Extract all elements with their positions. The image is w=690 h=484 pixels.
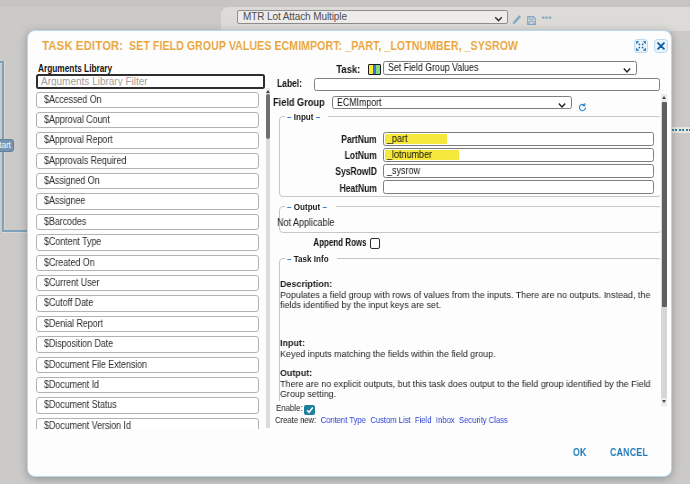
arguments-library-heading: Arguments Library: [38, 62, 112, 74]
append-rows-label: Append Rows: [273, 237, 367, 248]
selected-connector-dashed: [672, 129, 690, 131]
argument-list-item[interactable]: $Created On: [36, 255, 259, 271]
close-icon: [657, 42, 665, 50]
chevron-down-icon: [558, 100, 566, 111]
save-disk-icon[interactable]: [527, 11, 536, 29]
scrollbar-thumb[interactable]: [266, 94, 271, 139]
field-group-label: Field Group: [273, 97, 329, 108]
form-scroll-area: Field Group ECMImport – Input – PartNum_…: [273, 93, 660, 401]
description-text: Populates a field group with rows of val…: [280, 289, 656, 310]
argument-list-item[interactable]: $Document Id: [36, 377, 259, 393]
scrollbar-thumb[interactable]: [662, 102, 667, 307]
argument-list-item[interactable]: $Current User: [36, 275, 259, 291]
cancel-button[interactable]: CANCEL: [610, 447, 648, 458]
more-ellipsis-icon[interactable]: •••: [540, 13, 553, 23]
screen: MTR Lot Attach Multiple ••• Start TASK E…: [0, 0, 690, 484]
input-row-label: SysRowID: [273, 166, 377, 177]
input-row-label: PartNum: [273, 134, 377, 145]
create-new-label: Create new:: [275, 414, 316, 425]
scroll-up-arrow[interactable]: [661, 94, 667, 102]
workflow-dropdown-value: MTR Lot Attach Multiple: [243, 11, 347, 22]
task-select[interactable]: Set Field Group Values: [383, 61, 637, 75]
background-top-strip: [0, 0, 690, 7]
argument-list-item[interactable]: $Disposition Date: [36, 336, 259, 352]
expand-icon: [636, 41, 646, 51]
output-not-applicable: Not Applicable: [277, 217, 341, 228]
create-new-link[interactable]: Custom List: [370, 414, 410, 425]
dialog-title-main: SET FIELD GROUP VALUES ECMIMPORT: _PART,…: [129, 39, 518, 53]
create-new-row: Create new:Content TypeCustom ListFieldI…: [275, 414, 508, 425]
argument-list-item[interactable]: $Document Status: [36, 397, 259, 413]
argument-list-item[interactable]: $Approval Report: [36, 132, 259, 148]
input-row-label: LotNum: [273, 150, 377, 161]
dialog-title-prefix: TASK EDITOR:: [42, 39, 123, 53]
workflow-dropdown[interactable]: MTR Lot Attach Multiple: [237, 10, 508, 25]
chevron-down-icon: [623, 65, 631, 76]
arguments-filter-input[interactable]: [38, 76, 263, 86]
expand-button[interactable]: [634, 39, 648, 53]
argument-list-item[interactable]: $Accessed On: [36, 92, 259, 108]
create-new-link[interactable]: Security Class: [458, 414, 507, 425]
start-node-badge: Start: [0, 139, 14, 153]
argument-list-item[interactable]: $Document File Extension: [36, 357, 259, 373]
ok-button[interactable]: OK: [573, 447, 587, 458]
argument-list-item[interactable]: $Content Type: [36, 234, 259, 250]
input-row-label: HeatNum: [273, 183, 377, 194]
chevron-down-icon: [494, 14, 503, 27]
label-input[interactable]: [314, 78, 660, 91]
argument-list-item[interactable]: $Approvals Required: [36, 153, 259, 169]
input-heading: Input:: [280, 338, 656, 349]
input-row-value[interactable]: _lotnumber: [383, 148, 654, 162]
argument-list-item[interactable]: $Assignee: [36, 193, 259, 209]
label-label: Label:: [277, 78, 306, 89]
scroll-up-arrow[interactable]: [266, 88, 271, 93]
task-info-content: Description: Populates a field group wit…: [280, 279, 656, 400]
argument-list-item[interactable]: $Assigned On: [36, 173, 259, 189]
input-row-value[interactable]: _sysrow: [383, 164, 654, 178]
check-icon: [306, 406, 314, 414]
input-row-value[interactable]: _part: [383, 132, 654, 146]
edit-pencil-icon[interactable]: [512, 11, 522, 29]
flow-connector-horizontal: [2, 230, 27, 232]
task-editor-dialog: TASK EDITOR:SET FIELD GROUP VALUES ECMIM…: [27, 30, 672, 477]
argument-list-item[interactable]: $Barcodes: [36, 214, 259, 230]
append-rows-checkbox[interactable]: [370, 238, 381, 249]
argument-list-item[interactable]: $Document Version Id: [36, 418, 259, 429]
arguments-list-scrollbar[interactable]: [266, 88, 271, 428]
create-new-link[interactable]: Content Type: [320, 414, 365, 425]
close-button[interactable]: [654, 39, 668, 53]
create-new-link[interactable]: Inbox: [435, 414, 454, 425]
argument-list-item[interactable]: $Cutoff Date: [36, 295, 259, 311]
input-row-value[interactable]: [383, 180, 654, 194]
task-label: Task:: [332, 64, 361, 75]
create-new-link[interactable]: Field: [414, 414, 431, 425]
output-text: There are no explicit outputs, but this …: [280, 378, 656, 399]
argument-list-item[interactable]: $Denial Report: [36, 316, 259, 332]
dialog-title: TASK EDITOR:SET FIELD GROUP VALUES ECMIM…: [42, 39, 572, 53]
form-scrollbar[interactable]: [661, 94, 667, 406]
output-heading: Output:: [280, 368, 656, 379]
scroll-down-arrow[interactable]: [661, 398, 667, 406]
arguments-list: $Accessed On$Approval Count$Approval Rep…: [36, 92, 262, 429]
description-heading: Description:: [280, 279, 656, 290]
task-type-icon: [368, 64, 381, 75]
field-group-select[interactable]: ECMImport: [332, 96, 572, 110]
arguments-filter-box: [36, 74, 265, 89]
input-text: Keyed inputs matching the fields within …: [280, 348, 656, 359]
argument-list-item[interactable]: $Approval Count: [36, 112, 259, 128]
